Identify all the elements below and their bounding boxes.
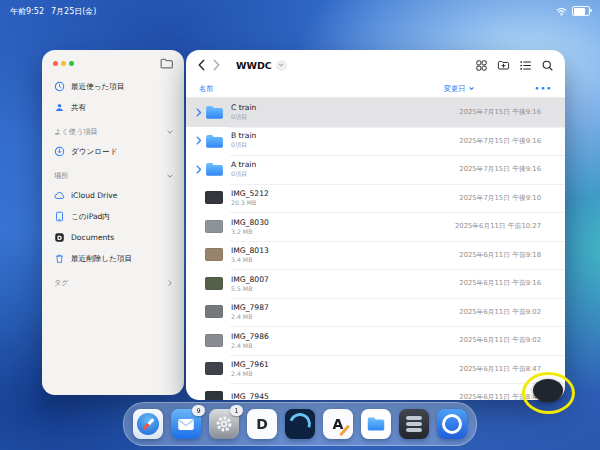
file-text: IMG_79612.4 MB (231, 360, 269, 377)
file-list: C train0項目2025年7月15日 午後9:16B train0項目202… (186, 98, 565, 400)
window-controls (53, 61, 74, 66)
sidebar-item[interactable]: 最近削除した項目 (54, 248, 174, 269)
sidebar-item-label: 共有 (71, 103, 86, 113)
file-meta: 20.3 MB (231, 199, 269, 206)
column-header-right: 変更日 ••• (444, 84, 555, 94)
file-name: A train (231, 160, 256, 169)
file-name: IMG_7961 (231, 360, 269, 369)
status-time: 午前9:52 (10, 6, 44, 17)
disclosure-chevron-icon[interactable] (194, 136, 203, 145)
sidebar-item[interactable]: iCloud Drive (54, 185, 174, 206)
table-row[interactable]: IMG_80133.4 MB2025年6月11日 午前9:18 (186, 241, 565, 270)
photo-thumbnail (205, 362, 223, 375)
folder-icon (365, 413, 387, 435)
dock-app-safari[interactable] (133, 409, 163, 439)
table-row[interactable]: IMG_80075.5 MB2025年6月11日 午前9:16 (186, 269, 565, 298)
sidebar-item[interactable]: このiPad内 (54, 206, 174, 227)
sidebar-item-label: 最近使った項目 (71, 82, 125, 92)
sidebar-section[interactable]: タグ (54, 274, 174, 292)
gear-icon (213, 413, 235, 435)
disclosure-chevron-icon[interactable] (194, 165, 203, 174)
status-bar: 午前9:52 7月25日(金) (0, 0, 600, 19)
battery-icon (572, 6, 590, 16)
table-row[interactable]: IMG_79452025年6月11日 午前8:46 (186, 383, 565, 400)
sidebar-item[interactable]: DDocuments (54, 227, 174, 248)
sidebar-section[interactable]: よく使う項目 (54, 123, 174, 141)
search-icon[interactable] (541, 59, 554, 72)
disclosure-chevron-icon[interactable] (194, 108, 203, 117)
sidebar-window: 最近使った項目共有よく使う項目ダウンロード場所iCloud DriveこのiPa… (42, 50, 184, 395)
file-date: 2025年7月15日 午後9:16 (459, 136, 541, 146)
file-text: IMG_79862.4 MB (231, 332, 269, 349)
close-button[interactable] (53, 61, 58, 66)
dock-app-blue-app[interactable] (437, 409, 467, 439)
download-icon (54, 146, 65, 157)
file-date: 2025年7月15日 午後9:16 (459, 107, 541, 117)
dock-app-documents[interactable]: D (247, 409, 277, 439)
list-view-icon[interactable] (519, 59, 532, 72)
sidebar-item-label: iCloud Drive (71, 191, 117, 200)
photo-thumbnail (205, 220, 223, 233)
file-text: B train0項目 (231, 131, 256, 150)
dock-app-preview[interactable] (285, 409, 315, 439)
file-date: 2025年6月11日 午前9:18 (459, 250, 541, 260)
dock-app-settings[interactable]: 1 (209, 409, 239, 439)
envelope-icon (175, 413, 197, 435)
sidebar-item[interactable]: ダウンロード (54, 141, 174, 162)
table-row[interactable]: IMG_80303.2 MB2025年6月11日 午前10:27 (186, 212, 565, 241)
folder-icon (205, 134, 224, 148)
zoom-button[interactable] (69, 61, 74, 66)
file-name: IMG_8030 (231, 218, 269, 227)
compass-icon (137, 413, 159, 435)
ring-glyph (442, 414, 462, 434)
ipad-icon (54, 211, 65, 222)
table-row[interactable]: IMG_521220.3 MB2025年7月15日 午後9:10 (186, 184, 565, 213)
status-date: 7月25日(金) (51, 6, 97, 17)
dock: 91DA (123, 402, 477, 446)
dock-app-mail[interactable]: 9 (171, 409, 201, 439)
icon-view-grid-icon[interactable] (475, 59, 488, 72)
clock-icon (54, 81, 65, 92)
new-folder-icon[interactable] (497, 59, 510, 72)
file-text: IMG_79872.4 MB (231, 303, 269, 320)
notification-badge: 1 (230, 405, 243, 416)
column-name[interactable]: 名前 (199, 84, 214, 94)
sidebar-item[interactable]: 共有 (54, 97, 174, 118)
forward-button[interactable] (212, 59, 227, 71)
minimize-button[interactable] (61, 61, 66, 66)
back-button[interactable] (197, 59, 212, 71)
dock-app-database[interactable] (399, 409, 429, 439)
file-date: 2025年6月11日 午前10:27 (455, 221, 541, 231)
trash-icon (54, 253, 65, 264)
more-options-button[interactable]: ••• (535, 84, 555, 93)
title-menu[interactable]: WWDC (236, 60, 287, 71)
arc-glyph (285, 409, 314, 438)
annotation-circle (522, 372, 575, 414)
file-meta: 2.4 MB (231, 313, 269, 320)
file-text: IMG_80075.5 MB (231, 275, 269, 292)
file-name: IMG_8013 (231, 246, 269, 255)
folder-icon[interactable] (160, 58, 173, 69)
toolbar: WWDC (186, 50, 565, 80)
dock-app-files[interactable] (361, 409, 391, 439)
file-meta: 3.2 MB (231, 228, 269, 235)
file-date: 2025年6月11日 午前9:16 (459, 278, 541, 288)
column-modified[interactable]: 変更日 (444, 84, 475, 94)
dock-app-text-editor[interactable]: A (323, 409, 353, 439)
chevron-down-icon (276, 60, 287, 71)
sidebar-item-label: このiPad内 (71, 212, 110, 222)
table-row[interactable]: A train0項目2025年7月15日 午後9:16 (186, 155, 565, 184)
table-row[interactable]: IMG_79862.4 MB2025年6月11日 午前9:02 (186, 326, 565, 355)
table-row[interactable]: IMG_79872.4 MB2025年6月11日 午前9:02 (186, 298, 565, 327)
table-row[interactable]: IMG_79612.4 MB2025年6月11日 午前8:47 (186, 355, 565, 384)
photo-thumbnail (205, 277, 223, 290)
documents-app-icon: D (54, 232, 65, 243)
sidebar-item-label: 最近削除した項目 (71, 254, 132, 264)
sidebar-header (42, 50, 184, 71)
photo-thumbnail (205, 391, 223, 400)
table-row[interactable]: C train0項目2025年7月15日 午後9:16 (186, 98, 565, 127)
sidebar-item[interactable]: 最近使った項目 (54, 76, 174, 97)
table-row[interactable]: B train0項目2025年7月15日 午後9:16 (186, 127, 565, 156)
sidebar-section[interactable]: 場所 (54, 167, 174, 185)
status-left: 午前9:52 7月25日(金) (10, 6, 96, 17)
